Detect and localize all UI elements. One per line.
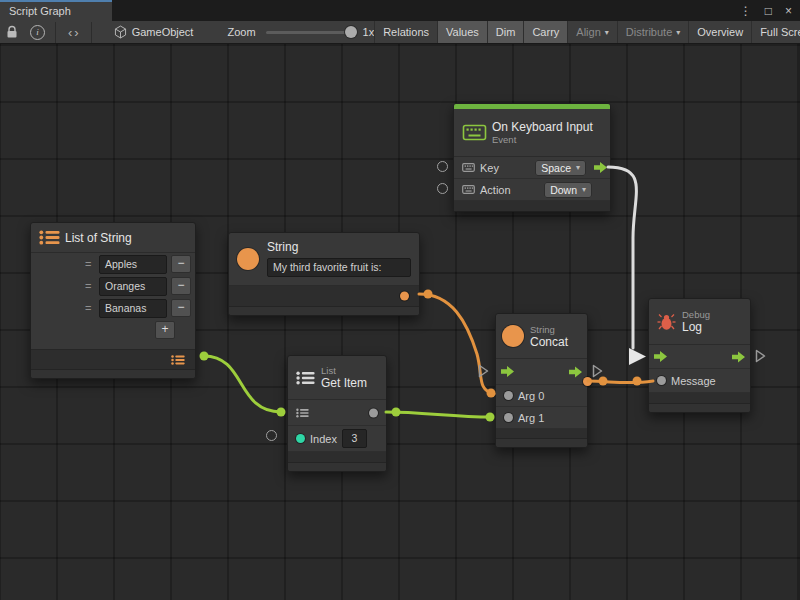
list-output-port[interactable]	[171, 355, 185, 365]
arg0-row: Arg 0	[496, 385, 587, 407]
list-item-field[interactable]: Apples	[99, 255, 167, 274]
node-title: Concat	[530, 335, 568, 349]
index-label: Index	[310, 433, 337, 445]
unity-cube-icon	[114, 25, 127, 39]
key-label: Key	[480, 162, 499, 174]
string-value-field[interactable]: My third favorite fruit is:	[267, 258, 411, 277]
result-output-port[interactable]	[583, 377, 592, 386]
carry-button[interactable]: Carry	[523, 21, 567, 43]
arg1-input-port[interactable]	[504, 413, 513, 422]
window-controls: ⋮ □ ×	[740, 0, 792, 21]
unconnected-control-output[interactable]	[592, 364, 603, 378]
list-item-field[interactable]: Bananas	[99, 299, 167, 318]
message-input-port[interactable]	[657, 376, 666, 385]
get-item-node[interactable]: List Get Item Index 3	[287, 355, 387, 472]
index-input-port[interactable]	[296, 434, 305, 443]
action-dropdown[interactable]: Down▾	[544, 182, 592, 198]
fullscreen-button[interactable]: Full Screen	[751, 21, 800, 43]
node-category: List	[321, 365, 367, 376]
equals-icon: =	[85, 302, 95, 314]
node-category: String	[530, 324, 568, 335]
control-output-port[interactable]	[731, 350, 746, 363]
toolbar-divider	[91, 22, 92, 43]
unconnected-control-input[interactable]	[478, 364, 489, 378]
list-icon	[39, 230, 60, 245]
menu-icon[interactable]: ⋮	[740, 4, 752, 18]
action-row: Action Down▾	[454, 179, 610, 201]
node-title: Get Item	[321, 376, 367, 390]
toolbar-divider	[55, 22, 56, 43]
keyboard-mini-icon	[462, 185, 475, 194]
lock-icon[interactable]	[6, 25, 18, 39]
maximize-icon[interactable]: □	[765, 4, 772, 18]
node-footer	[31, 349, 195, 369]
arg1-row: Arg 1	[496, 407, 587, 429]
gameobject-label[interactable]: GameObject	[132, 26, 194, 38]
arg1-label: Arg 1	[518, 412, 544, 424]
node-footer	[496, 429, 587, 438]
key-row: Key Space▾	[454, 157, 610, 179]
tab-title: Script Graph	[9, 5, 71, 17]
values-button[interactable]: Values	[437, 21, 487, 43]
remove-item-button[interactable]: −	[171, 277, 191, 295]
control-input-port[interactable]	[500, 365, 515, 378]
item-output-port[interactable]	[369, 408, 378, 417]
unconnected-input-port[interactable]	[437, 161, 448, 172]
debug-log-node[interactable]: Debug Log Message	[648, 298, 751, 413]
node-footer	[288, 452, 386, 462]
unconnected-input-port[interactable]	[437, 183, 448, 194]
on-keyboard-input-node[interactable]: On Keyboard Input Event Key Space▾	[453, 103, 611, 212]
node-header: String Concat	[496, 314, 587, 359]
node-bottom-bar	[496, 438, 587, 447]
control-output-port[interactable]	[568, 365, 583, 378]
concat-node[interactable]: String Concat Arg 0 Arg 1	[495, 313, 588, 448]
distribute-button[interactable]: Distribute▾	[617, 21, 688, 43]
zoom-slider[interactable]	[266, 31, 352, 34]
zoom-label: Zoom	[227, 26, 255, 38]
key-dropdown[interactable]: Space▾	[535, 160, 586, 176]
node-title: On Keyboard Input	[492, 120, 593, 134]
dim-button[interactable]: Dim	[487, 21, 524, 43]
code-icon[interactable]: ‹›	[68, 25, 81, 40]
zoom-value: 1x	[363, 26, 375, 38]
list-input-port[interactable]	[296, 408, 309, 418]
control-flow-row	[649, 345, 750, 369]
keyboard-mini-icon	[462, 163, 475, 172]
tab-script-graph[interactable]: Script Graph	[0, 0, 112, 21]
node-footer	[649, 393, 750, 403]
list-of-string-node[interactable]: List of String = Apples − = Oranges − = …	[30, 222, 196, 379]
overview-button[interactable]: Overview	[688, 21, 751, 43]
script-graph-window: On Keyboard Input Event Key Space▾	[0, 0, 800, 600]
remove-item-button[interactable]: −	[171, 255, 191, 273]
action-label: Action	[480, 184, 511, 196]
info-icon[interactable]: i	[30, 25, 45, 40]
align-button[interactable]: Align▾	[567, 21, 616, 43]
node-header: String My third favorite fruit is:	[229, 233, 419, 286]
zoom-slider-handle[interactable]	[345, 26, 357, 38]
close-icon[interactable]: ×	[785, 4, 792, 18]
relations-button[interactable]: Relations	[374, 21, 437, 43]
node-footer	[229, 286, 419, 306]
chevron-down-icon: ▾	[605, 28, 609, 37]
arg0-input-port[interactable]	[504, 391, 513, 400]
string-icon	[237, 248, 259, 270]
node-header: List Get Item	[288, 356, 386, 400]
node-bottom-bar	[288, 462, 386, 471]
list-item-field[interactable]: Oranges	[99, 277, 167, 296]
string-literal-node[interactable]: String My third favorite fruit is:	[228, 232, 420, 316]
index-field[interactable]: 3	[342, 429, 367, 448]
list-item-row: = Oranges −	[31, 275, 195, 297]
message-label: Message	[671, 375, 716, 387]
unconnected-control-output[interactable]	[755, 349, 766, 363]
control-input-port[interactable]	[653, 350, 668, 363]
node-bottom-bar	[649, 403, 750, 412]
string-output-port[interactable]	[400, 292, 409, 301]
node-title: List of String	[65, 231, 132, 245]
add-item-button[interactable]: +	[155, 321, 175, 339]
tab-bar: Script Graph ⋮ □ ×	[0, 0, 800, 21]
unconnected-index-port[interactable]	[266, 430, 277, 441]
node-subtitle: Event	[492, 134, 593, 145]
chevron-down-icon: ▾	[676, 28, 680, 37]
remove-item-button[interactable]: −	[171, 299, 191, 317]
control-output-port[interactable]	[593, 161, 608, 174]
